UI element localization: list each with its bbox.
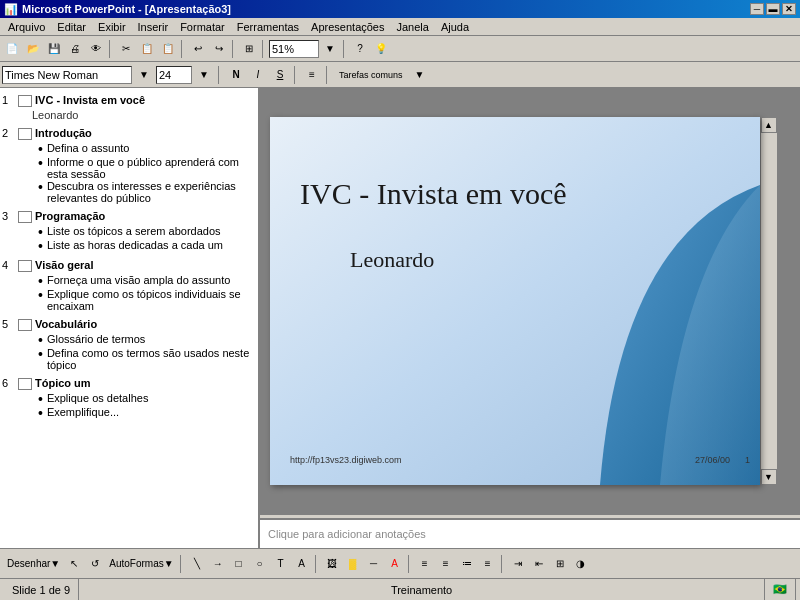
slide-editing-area: IVC - Invista em você Leonardo http://fp…	[260, 88, 800, 514]
italic-button[interactable]: I	[248, 65, 268, 85]
bold-button[interactable]: N	[226, 65, 246, 85]
print-button[interactable]: 🖨	[65, 39, 85, 59]
clip-button[interactable]: 🖼	[322, 554, 342, 574]
slide-4-bullet-2: •Explique como os tópicos individuais se…	[38, 288, 256, 312]
notes-placeholder: Clique para adicionar anotações	[268, 528, 426, 540]
font-name-input[interactable]	[2, 66, 132, 84]
language-section: 🇧🇷	[765, 579, 796, 600]
bullets-button[interactable]: ≡	[478, 554, 498, 574]
oval-button[interactable]: ○	[250, 554, 270, 574]
zoom-dropdown[interactable]: ▼	[320, 39, 340, 59]
slide-subtitle[interactable]: Leonardo	[350, 247, 434, 273]
slide-title[interactable]: IVC - Invista em você	[300, 177, 600, 211]
underline-button[interactable]: S	[270, 65, 290, 85]
help-button[interactable]: ?	[350, 39, 370, 59]
slide-2-bullet-1: •Defina o assunto	[38, 142, 256, 156]
save-button[interactable]: 💾	[44, 39, 64, 59]
vertical-scrollbar[interactable]: ▲ ▼	[760, 117, 776, 485]
fill-color-button[interactable]: ▓	[343, 554, 363, 574]
slide-2-bullet-2: •Informe o que o público aprenderá com e…	[38, 156, 256, 180]
restore-button[interactable]: ▬	[766, 3, 780, 15]
scroll-down-button[interactable]: ▼	[761, 469, 777, 485]
select-button[interactable]: ↖	[64, 554, 84, 574]
align-button[interactable]: ≡	[302, 65, 322, 85]
font-sep1	[218, 66, 222, 84]
increase-indent-button[interactable]: ⇥	[508, 554, 528, 574]
draw-sep2	[315, 555, 319, 573]
undo-button[interactable]: ↩	[188, 39, 208, 59]
design-section: Treinamento	[79, 579, 765, 600]
statusbar: Slide 1 de 9 Treinamento 🇧🇷	[0, 578, 800, 600]
insert-table-button[interactable]: ⊞	[239, 39, 259, 59]
menubar: Arquivo Editar Exibir Inserir Formatar F…	[0, 18, 800, 36]
menu-janela[interactable]: Janela	[391, 20, 435, 34]
slide-icon-5[interactable]	[18, 319, 32, 331]
slide-icon-6[interactable]	[18, 378, 32, 390]
minimize-button[interactable]: ─	[750, 3, 764, 15]
sep5	[343, 40, 347, 58]
autoformas-button[interactable]: AutoFormas ▼	[106, 554, 176, 574]
menu-arquivo[interactable]: Arquivo	[2, 20, 51, 34]
line-color-button[interactable]: ─	[364, 554, 384, 574]
draw-label: Desenhar	[7, 558, 50, 569]
sep4	[262, 40, 266, 58]
menu-ferramentas[interactable]: Ferramentas	[231, 20, 305, 34]
tasks-button[interactable]: Tarefas comuns	[334, 65, 408, 85]
close-button[interactable]: ✕	[782, 3, 796, 15]
menu-exibir[interactable]: Exibir	[92, 20, 132, 34]
redo-button[interactable]: ↪	[209, 39, 229, 59]
sep2	[181, 40, 185, 58]
font-dropdown[interactable]: ▼	[134, 65, 154, 85]
slide-icon-3[interactable]	[18, 211, 32, 223]
scroll-track	[761, 133, 777, 469]
rect-button[interactable]: □	[229, 554, 249, 574]
slide-num-1: 1	[2, 94, 16, 106]
slide-url: http://fp13vs23.digiweb.com	[290, 455, 402, 465]
tasks-dropdown[interactable]: ▼	[410, 65, 430, 85]
slide-canvas[interactable]: IVC - Invista em você Leonardo http://fp…	[270, 117, 760, 485]
font-sep3	[326, 66, 330, 84]
cut-button[interactable]: ✂	[116, 39, 136, 59]
align-left-button[interactable]: ≡	[415, 554, 435, 574]
font-color-button[interactable]: A	[385, 554, 405, 574]
outline-slide-6: 6 Tópico um •Explique os detalhes •Exemp…	[2, 377, 256, 420]
numbering-button[interactable]: ≔	[457, 554, 477, 574]
title-left: 📊 Microsoft PowerPoint - [Apresentação3]	[4, 3, 231, 16]
outline-slide-3: 3 Programação •Liste os tópicos a serem …	[2, 210, 256, 253]
copy-button[interactable]: 📋	[137, 39, 157, 59]
menu-inserir[interactable]: Inserir	[132, 20, 175, 34]
sep1	[109, 40, 113, 58]
grayscale-button[interactable]: ◑	[571, 554, 591, 574]
slide-icon-1[interactable]	[18, 95, 32, 107]
sep3	[232, 40, 236, 58]
preview-button[interactable]: 👁	[86, 39, 106, 59]
textbox-button[interactable]: T	[271, 554, 291, 574]
menu-apresentacoes[interactable]: Apresentações	[305, 20, 390, 34]
scroll-up-button[interactable]: ▲	[761, 117, 777, 133]
size-dropdown[interactable]: ▼	[194, 65, 214, 85]
line-button[interactable]: ╲	[187, 554, 207, 574]
slide-icon-2[interactable]	[18, 128, 32, 140]
notes-area[interactable]: Clique para adicionar anotações	[260, 518, 800, 548]
decrease-indent-button[interactable]: ⇤	[529, 554, 549, 574]
menu-editar[interactable]: Editar	[51, 20, 92, 34]
slide-5-title: Vocabulário	[35, 318, 97, 330]
wordart-button[interactable]: A	[292, 554, 312, 574]
slide-3-bullet-1: •Liste os tópicos a serem abordados	[38, 225, 256, 239]
slide-info-section: Slide 1 de 9	[4, 579, 79, 600]
menu-ajuda[interactable]: Ajuda	[435, 20, 475, 34]
align-center-button[interactable]: ≡	[436, 554, 456, 574]
window-controls: ─ ▬ ✕	[750, 3, 796, 15]
zoom-input[interactable]	[269, 40, 319, 58]
paste-button[interactable]: 📋	[158, 39, 178, 59]
slide-layout-button[interactable]: ⊞	[550, 554, 570, 574]
arrow-button[interactable]: →	[208, 554, 228, 574]
menu-formatar[interactable]: Formatar	[174, 20, 231, 34]
slide-icon-4[interactable]	[18, 260, 32, 272]
open-button[interactable]: 📂	[23, 39, 43, 59]
assistant-button[interactable]: 💡	[371, 39, 391, 59]
draw-dropdown[interactable]: Desenhar ▼	[4, 554, 63, 574]
font-size-input[interactable]	[156, 66, 192, 84]
new-button[interactable]: 📄	[2, 39, 22, 59]
rotate-button[interactable]: ↺	[85, 554, 105, 574]
